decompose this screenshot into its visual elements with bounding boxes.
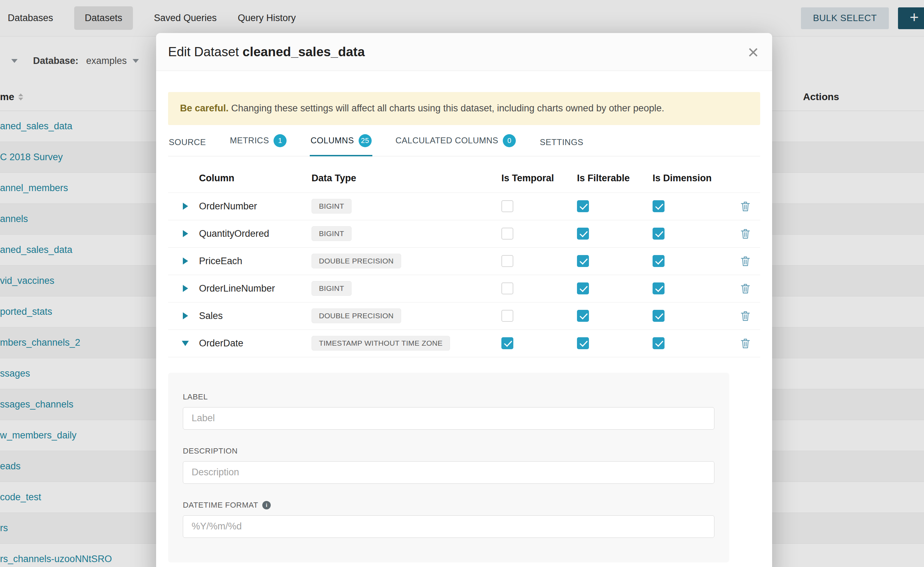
datetime-format-input[interactable]: [183, 515, 715, 538]
header-data-type: Data Type: [309, 173, 498, 184]
delete-icon[interactable]: [740, 256, 750, 267]
expand-caret-icon[interactable]: [183, 230, 188, 237]
data-type-pill: DOUBLE PRECISION: [312, 309, 401, 323]
screen: DatabasesDatasetsSaved QueriesQuery Hist…: [0, 0, 924, 567]
delete-icon[interactable]: [740, 283, 750, 294]
tab-columns[interactable]: COLUMNS 25: [310, 134, 372, 156]
columns-rows: OrderNumber BIGINT QuantityOrdered BIGIN…: [168, 193, 760, 357]
column-name: QuantityOrdered: [196, 228, 309, 239]
columns-table-header: Column Data Type Is Temporal Is Filterab…: [168, 156, 760, 193]
data-type-pill: TIMESTAMP WITHOUT TIME ZONE: [312, 336, 450, 351]
is-dimension-checkbox[interactable]: [653, 337, 665, 349]
description-field: DESCRIPTION: [183, 447, 715, 484]
modal-body: Be careful. Changing these settings will…: [156, 92, 772, 562]
warning-text: Changing these settings will affect all …: [229, 103, 664, 114]
modal-header: Edit Dataset cleaned_sales_data ×: [156, 33, 772, 71]
tab-label: SETTINGS: [540, 137, 583, 147]
tab-label: CALCULATED COLUMNS: [396, 136, 498, 146]
modal-title-prefix: Edit Dataset: [168, 45, 239, 59]
expand-caret-icon[interactable]: [182, 341, 189, 346]
is-filterable-checkbox[interactable]: [577, 337, 589, 349]
modal-title-dataset-name: cleaned_sales_data: [242, 45, 365, 59]
tab-settings[interactable]: SETTINGS: [539, 137, 584, 156]
is-dimension-checkbox[interactable]: [653, 200, 665, 212]
tab-label: COLUMNS: [310, 136, 354, 146]
warning-bold-text: Be careful.: [180, 103, 229, 114]
expand-caret-icon[interactable]: [183, 312, 188, 320]
column-name: OrderNumber: [196, 201, 309, 212]
column-name: OrderDate: [196, 338, 309, 349]
column-name: PriceEach: [196, 256, 309, 267]
is-filterable-checkbox[interactable]: [577, 255, 589, 267]
data-type-pill: BIGINT: [312, 281, 352, 296]
is-temporal-checkbox[interactable]: [501, 310, 513, 322]
expand-caret-icon[interactable]: [183, 285, 188, 292]
is-temporal-checkbox[interactable]: [501, 337, 513, 349]
modal-tabs: SOURCE METRICS 1 COLUMNS 25 CALCULATED C…: [168, 134, 760, 156]
column-name: OrderLineNumber: [196, 283, 309, 294]
columns-table: Column Data Type Is Temporal Is Filterab…: [168, 156, 760, 357]
data-type-pill: DOUBLE PRECISION: [312, 254, 401, 268]
is-temporal-checkbox[interactable]: [501, 282, 513, 294]
header-is-temporal: Is Temporal: [498, 173, 574, 184]
description-input[interactable]: [183, 461, 715, 484]
is-dimension-checkbox[interactable]: [653, 228, 665, 240]
delete-icon[interactable]: [740, 201, 750, 212]
column-row: Sales DOUBLE PRECISION: [168, 303, 760, 330]
info-icon: i: [262, 501, 271, 509]
expand-caret-icon[interactable]: [183, 258, 188, 264]
is-dimension-checkbox[interactable]: [653, 310, 665, 322]
description-field-label: DESCRIPTION: [183, 447, 715, 456]
is-temporal-checkbox[interactable]: [501, 228, 513, 240]
is-dimension-checkbox[interactable]: [653, 282, 665, 294]
column-row: QuantityOrdered BIGINT: [168, 220, 760, 248]
is-temporal-checkbox[interactable]: [501, 255, 513, 267]
is-dimension-checkbox[interactable]: [653, 255, 665, 267]
tab-calculated-columns[interactable]: CALCULATED COLUMNS 0: [395, 134, 517, 156]
tab-label: METRICS: [230, 136, 269, 146]
tab-badge: 25: [359, 134, 372, 147]
delete-icon[interactable]: [740, 338, 750, 349]
tab-metrics[interactable]: METRICS 1: [229, 134, 287, 156]
expand-caret-icon[interactable]: [183, 203, 188, 210]
datetime-format-field-label: DATETIME FORMAT i: [183, 501, 715, 510]
column-row: OrderDate TIMESTAMP WITHOUT TIME ZONE: [168, 330, 760, 357]
is-filterable-checkbox[interactable]: [577, 310, 589, 322]
delete-icon[interactable]: [740, 228, 750, 239]
is-filterable-checkbox[interactable]: [577, 282, 589, 294]
data-type-pill: BIGINT: [312, 199, 352, 214]
header-column: Column: [196, 173, 309, 184]
column-row: OrderNumber BIGINT: [168, 193, 760, 220]
column-row: PriceEach DOUBLE PRECISION: [168, 248, 760, 275]
column-name: Sales: [196, 310, 309, 321]
column-detail-panel: LABEL DESCRIPTION DATETIME FORMAT i: [168, 373, 729, 562]
label-input[interactable]: [183, 407, 715, 430]
tab-badge: 1: [274, 134, 287, 147]
data-type-pill: BIGINT: [312, 226, 352, 241]
header-is-dimension: Is Dimension: [650, 173, 731, 184]
tab-badge: 0: [503, 134, 516, 147]
label-field: LABEL: [183, 392, 715, 430]
warning-banner: Be careful. Changing these settings will…: [168, 92, 760, 125]
tab-label: SOURCE: [169, 137, 206, 147]
close-icon[interactable]: ×: [746, 42, 760, 62]
is-filterable-checkbox[interactable]: [577, 228, 589, 240]
datetime-format-field: DATETIME FORMAT i: [183, 501, 715, 538]
modal-title: Edit Dataset cleaned_sales_data: [168, 45, 364, 59]
header-is-filterable: Is Filterable: [574, 173, 650, 184]
is-temporal-checkbox[interactable]: [501, 200, 513, 212]
delete-icon[interactable]: [740, 310, 750, 321]
label-field-label: LABEL: [183, 392, 715, 402]
is-filterable-checkbox[interactable]: [577, 200, 589, 212]
edit-dataset-modal: Edit Dataset cleaned_sales_data × Be car…: [156, 33, 772, 567]
column-row: OrderLineNumber BIGINT: [168, 275, 760, 303]
tab-source[interactable]: SOURCE: [168, 137, 207, 156]
